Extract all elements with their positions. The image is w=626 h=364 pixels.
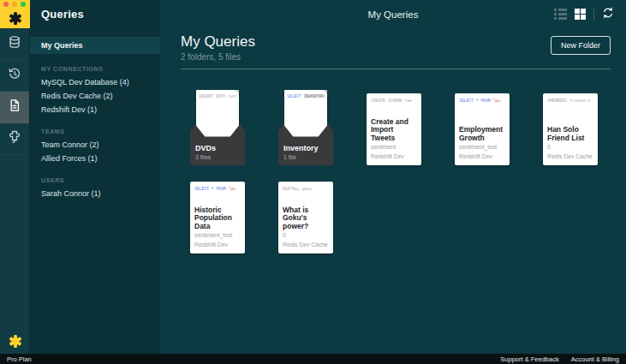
folder-label: DVDs3 files — [195, 144, 243, 160]
sidebar-item-my-queries[interactable]: My Queries — [30, 37, 160, 54]
query-title: Create and Import Tweets — [371, 118, 417, 143]
query-meta: Redshift Dev — [371, 153, 417, 161]
query-meta: Redis Dev Cache — [547, 153, 593, 161]
rail-item-history[interactable] — [0, 60, 29, 92]
query-grid: INSERT INTO rentaDVDs3 filesSELECT INVEN… — [190, 90, 606, 254]
query-title: Employment Growth — [459, 126, 505, 142]
query-title: Han Solo Friend List — [547, 126, 593, 142]
grid-view-icon — [575, 9, 587, 21]
folder-name: DVDs — [195, 144, 243, 152]
sql-preview: SELECT * FROM "po — [194, 186, 241, 191]
app-logo-asterisk-icon — [9, 12, 21, 25]
status-links: Support & FeedbackAccount & Billing — [500, 355, 619, 363]
sidebar-item[interactable]: Redis Dev Cache (2) — [30, 89, 160, 103]
history-icon — [8, 67, 21, 84]
folder-tile[interactable]: SELECT INVENTORY_InventoryInventory1 fil… — [278, 90, 333, 165]
query-meta: Redshift Dev — [459, 153, 505, 161]
query-card[interactable]: SELECT * FROM "poHistoric Population Dat… — [190, 182, 245, 254]
sql-preview: SELECT INVENTORY_ — [287, 93, 325, 98]
card-info: Employment Growthsentiment_testRedshift … — [459, 126, 505, 161]
sidebar-sections: MY CONNECTIONSMySQL Dev Database (4)Redi… — [30, 54, 160, 200]
plan-asterisk-icon[interactable] — [9, 335, 21, 348]
sidebar-section: TEAMSTeam Connor (2)Allied Forces (1) — [30, 128, 160, 165]
puzzle-icon — [8, 130, 21, 147]
rail-item-connections[interactable] — [0, 28, 29, 60]
sidebar-item[interactable]: Redshift Dev (1) — [30, 103, 160, 116]
query-meta: sentiment — [371, 144, 417, 152]
card-info: Historic Population Datasentiment_testRe… — [194, 206, 241, 249]
sidebar-item[interactable]: MySQL Dev Database (4) — [30, 75, 160, 89]
card-info: Create and Import TweetssentimentRedshif… — [371, 118, 417, 161]
sidebar-item[interactable]: Sarah Connor (1) — [30, 187, 160, 200]
sidebar-section: USERSSarah Connor (1) — [30, 177, 160, 200]
close-window-button[interactable] — [3, 2, 9, 7]
sidebar-section-header: USERS — [30, 177, 160, 187]
query-meta: sentiment_test — [194, 232, 241, 240]
plan-label: Pro Plan — [7, 355, 32, 363]
folder-name: Inventory — [283, 144, 331, 152]
rail-item-queries[interactable] — [0, 92, 29, 123]
query-card[interactable]: SMEMBERS friends:hHan Solo Friend List0R… — [543, 93, 598, 165]
sidebar-title: Queries — [30, 0, 160, 28]
topbar-title: My Queries — [368, 9, 419, 20]
database-icon — [8, 35, 21, 52]
window-controls — [3, 2, 26, 7]
minimize-window-button[interactable] — [12, 2, 17, 7]
sql-preview: CREATE SCHEMA twe — [371, 98, 417, 103]
query-meta: 0 — [547, 144, 593, 152]
sql-preview: SMEMBERS friends:h — [547, 98, 593, 103]
topbar: My Queries — [160, 0, 626, 28]
rail-item-integrations[interactable] — [0, 123, 29, 155]
query-title: Historic Population Data — [194, 206, 241, 231]
status-link[interactable]: Account & Billing — [571, 355, 619, 363]
query-meta: sentiment_test — [459, 144, 505, 152]
sql-preview: INSERT INTO renta — [199, 93, 236, 98]
sidebar-item[interactable]: Allied Forces (1) — [30, 152, 160, 165]
status-link[interactable]: Support & Feedback — [500, 355, 558, 363]
main-panel: My Queries — [160, 0, 626, 354]
refresh-icon — [602, 7, 614, 22]
query-meta: Redshift Dev — [194, 242, 241, 249]
folder-tile[interactable]: INSERT INTO rentaDVDs3 files — [190, 90, 245, 165]
sql-preview: HGETALL goku — [283, 186, 329, 191]
card-info: Han Solo Friend List0Redis Dev Cache — [547, 126, 593, 161]
folder-count: 3 files — [195, 154, 243, 160]
grid-view-button[interactable] — [575, 9, 587, 21]
folder-count: 1 file — [283, 154, 331, 160]
new-folder-button[interactable]: New Folder — [551, 36, 611, 55]
query-meta: 0 — [283, 232, 329, 240]
query-card[interactable]: HGETALL gokuWhat is Goku's power?0Redis … — [278, 182, 333, 254]
query-meta: Redis Dev Cache — [283, 242, 329, 249]
sql-preview: SELECT * FROM "pu — [459, 98, 505, 103]
sidebar-item[interactable]: Team Connor (2) — [30, 138, 160, 152]
document-icon — [8, 98, 21, 116]
status-bar: Pro Plan Support & FeedbackAccount & Bil… — [0, 354, 626, 364]
query-card[interactable]: SELECT * FROM "puEmployment Growthsentim… — [455, 93, 510, 165]
sidebar-section: MY CONNECTIONSMySQL Dev Database (4)Redi… — [30, 66, 160, 116]
query-card[interactable]: CREATE SCHEMA tweCreate and Import Tweet… — [367, 93, 421, 165]
toolbar-separator — [593, 8, 594, 21]
refresh-button[interactable] — [602, 7, 614, 22]
sidebar-section-header: TEAMS — [30, 128, 160, 138]
query-title: What is Goku's power? — [283, 206, 329, 231]
card-info: What is Goku's power?0Redis Dev Cache — [283, 206, 329, 249]
list-view-button[interactable] — [554, 9, 567, 20]
icon-rail — [0, 0, 30, 354]
content-area: My Queries 2 folders, 5 files New Folder… — [160, 28, 626, 354]
queries-sidebar: Queries My Queries MY CONNECTIONSMySQL D… — [30, 0, 160, 354]
folder-label: Inventory1 file — [283, 144, 331, 160]
sidebar-section-header: MY CONNECTIONS — [30, 66, 160, 75]
list-view-icon — [554, 9, 567, 20]
header-divider — [181, 69, 611, 69]
app-window: Queries My Queries MY CONNECTIONSMySQL D… — [0, 0, 626, 364]
app-logo — [0, 0, 30, 28]
zoom-window-button[interactable] — [21, 2, 26, 7]
